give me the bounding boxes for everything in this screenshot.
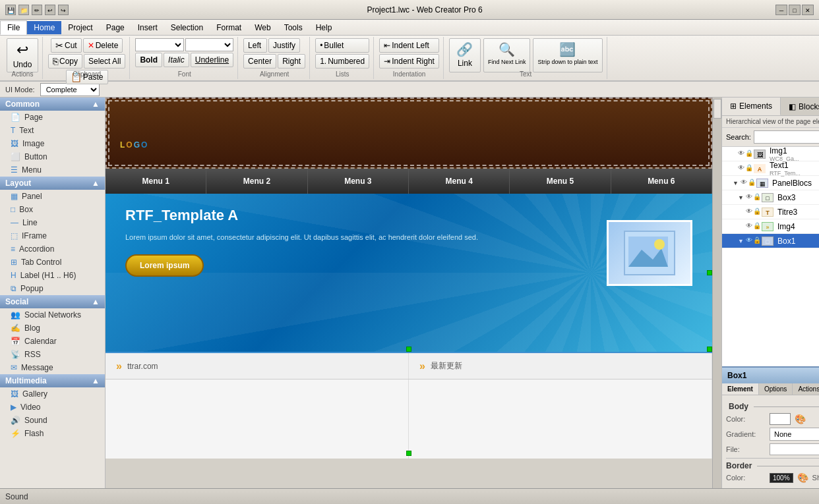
align-left-button[interactable]: Left bbox=[243, 38, 267, 53]
font-family-select[interactable] bbox=[135, 38, 183, 51]
link-button[interactable]: 🔗 Link bbox=[449, 38, 481, 72]
nav-menu-5[interactable]: Menu 5 bbox=[510, 169, 611, 194]
sidebar-item-message[interactable]: ✉ Message bbox=[0, 361, 105, 374]
app-icon-undo[interactable]: ↩ bbox=[45, 5, 55, 15]
indent-left-button[interactable]: ⇤Indent Left bbox=[379, 38, 439, 53]
visibility-icon-text1[interactable]: 👁 bbox=[738, 164, 744, 173]
sidebar-item-popup[interactable]: ⧉ Popup bbox=[0, 282, 105, 295]
app-icon-open[interactable]: 📁 bbox=[18, 5, 29, 15]
resize-handle-bottom-right[interactable] bbox=[707, 347, 712, 352]
menu-web[interactable]: Web bbox=[248, 21, 277, 34]
cut-button[interactable]: ✂Cut bbox=[51, 38, 82, 53]
visibility-icon[interactable]: 👁 bbox=[738, 150, 744, 159]
tree-item-img4[interactable]: 👁 🔒 » Img4 bbox=[722, 219, 819, 234]
underline-button[interactable]: Underline bbox=[191, 53, 233, 67]
tree-item-panelblocs[interactable]: ▼ 👁 🔒 ▦ PanelBlocs bbox=[722, 176, 819, 190]
sidebar-item-text[interactable]: T Text bbox=[0, 124, 105, 137]
sidebar-item-button[interactable]: ⬜ Button bbox=[0, 150, 105, 163]
vertical-scrollbar[interactable] bbox=[712, 98, 721, 504]
visibility-icon-b1[interactable]: 👁 bbox=[746, 237, 752, 246]
resize-handle-bottom[interactable] bbox=[406, 347, 411, 352]
scrollbar-thumb[interactable] bbox=[713, 99, 721, 119]
menu-format[interactable]: Format bbox=[210, 21, 248, 34]
lock-icon-pb[interactable]: 🔒 bbox=[748, 179, 756, 188]
expand-panelblocs[interactable]: ▼ bbox=[733, 180, 739, 186]
sidebar-item-menu[interactable]: ☰ Menu bbox=[0, 163, 105, 177]
sidebar-item-rss[interactable]: 📡 RSS bbox=[0, 348, 105, 361]
resize-handle-footer-bottom[interactable] bbox=[406, 451, 411, 456]
section-social[interactable]: Social ▲ bbox=[0, 295, 105, 308]
section-layout[interactable]: Layout ▲ bbox=[0, 177, 105, 190]
body-color-picker-btn[interactable]: 🎨 bbox=[795, 414, 806, 424]
box-tab-options[interactable]: Options bbox=[759, 383, 793, 395]
gradient-select[interactable]: None bbox=[770, 428, 819, 441]
sidebar-item-box[interactable]: □ Box bbox=[0, 203, 105, 216]
sidebar-item-sound[interactable]: 🔊 Sound bbox=[0, 414, 105, 427]
tab-blocks[interactable]: ◧ Blocks bbox=[781, 98, 819, 115]
italic-button[interactable]: Italic bbox=[164, 53, 189, 67]
section-multimedia[interactable]: Multimedia ▲ bbox=[0, 374, 105, 387]
tree-item-titre3[interactable]: 👁 🔒 T Titre3 bbox=[722, 205, 819, 219]
tree-item-box1[interactable]: ▼ 👁 🔒 □ Box1 bbox=[722, 234, 819, 248]
sidebar-item-blog[interactable]: ✍ Blog bbox=[0, 322, 105, 335]
sidebar-item-iframe[interactable]: ⬚ IFrame bbox=[0, 229, 105, 242]
justify-button[interactable]: Justify bbox=[268, 38, 300, 53]
menu-file[interactable]: File bbox=[0, 20, 27, 35]
font-size-select[interactable] bbox=[185, 38, 233, 51]
menu-insert[interactable]: Insert bbox=[131, 21, 164, 34]
undo-button[interactable]: ↩ Undo bbox=[7, 38, 38, 72]
select-all-button[interactable]: Select All bbox=[84, 54, 125, 69]
app-icon-redo[interactable]: ↪ bbox=[58, 5, 69, 15]
sidebar-item-gallery[interactable]: 🖼 Gallery bbox=[0, 387, 105, 401]
expand-box3[interactable]: ▼ bbox=[738, 194, 744, 201]
indent-right-button[interactable]: ⇥Indent Right bbox=[379, 54, 439, 69]
align-center-button[interactable]: Center bbox=[243, 54, 276, 69]
bullet-button[interactable]: •Bullet bbox=[315, 38, 369, 53]
app-icon-save[interactable]: 💾 bbox=[5, 5, 16, 15]
close-button[interactable]: ✕ bbox=[802, 5, 814, 15]
menu-project[interactable]: Project bbox=[61, 21, 99, 34]
nav-menu-3[interactable]: Menu 3 bbox=[308, 169, 409, 194]
lock-icon-i4[interactable]: 🔒 bbox=[753, 222, 761, 231]
visibility-icon-i4[interactable]: 👁 bbox=[746, 222, 752, 231]
file-input[interactable] bbox=[770, 443, 819, 455]
menu-selection[interactable]: Selection bbox=[164, 21, 210, 34]
align-right-button[interactable]: Right bbox=[278, 54, 305, 69]
border-color-picker-btn[interactable]: 🎨 bbox=[797, 472, 808, 483]
numbered-button[interactable]: 1.Numbered bbox=[315, 54, 369, 69]
lock-icon-b3[interactable]: 🔒 bbox=[753, 193, 761, 202]
tab-elements[interactable]: ⊞ Elements bbox=[722, 98, 781, 115]
lock-icon[interactable]: 🔒 bbox=[745, 150, 753, 159]
canvas-area[interactable]: LOGO Menu 1 Menu 2 Menu 3 Menu 4 Menu 5 … bbox=[106, 98, 712, 504]
strip-plain-text-button[interactable]: 🔤 Strip down to plain text bbox=[533, 38, 602, 72]
box-tab-actions[interactable]: Actions bbox=[793, 383, 819, 395]
lock-icon-b1[interactable]: 🔒 bbox=[753, 237, 761, 246]
sidebar-item-calendar[interactable]: 📅 Calendar bbox=[0, 335, 105, 348]
delete-button[interactable]: ✕Delete bbox=[83, 38, 123, 53]
sidebar-item-flash[interactable]: ⚡ Flash bbox=[0, 427, 105, 440]
nav-menu-1[interactable]: Menu 1 bbox=[106, 169, 206, 194]
nav-menu-4[interactable]: Menu 4 bbox=[409, 169, 510, 194]
box-tab-element[interactable]: Element bbox=[722, 383, 759, 395]
menu-home[interactable]: Home bbox=[27, 21, 61, 34]
bold-button[interactable]: Bold bbox=[135, 53, 162, 67]
nav-menu-6[interactable]: Menu 6 bbox=[611, 169, 712, 194]
body-color-box[interactable] bbox=[770, 413, 791, 425]
minimize-button[interactable]: ─ bbox=[775, 5, 787, 15]
menu-page[interactable]: Page bbox=[100, 21, 131, 34]
search-input[interactable] bbox=[754, 130, 819, 144]
lock-icon-t3[interactable]: 🔒 bbox=[753, 208, 761, 217]
section-common[interactable]: Common ▲ bbox=[0, 98, 105, 111]
sidebar-item-video[interactable]: ▶ Video bbox=[0, 401, 105, 414]
sidebar-item-image[interactable]: 🖼 Image bbox=[0, 137, 105, 150]
sidebar-item-label[interactable]: H Label (H1 .. H6) bbox=[0, 269, 105, 282]
find-next-link-button[interactable]: 🔍 Find Next Link bbox=[483, 38, 531, 72]
resize-handle-right[interactable] bbox=[707, 270, 712, 275]
tree-item-box3[interactable]: ▼ 👁 🔒 □ Box3 bbox=[722, 190, 819, 205]
sidebar-item-line[interactable]: — Line bbox=[0, 216, 105, 229]
maximize-button[interactable]: □ bbox=[789, 5, 801, 15]
visibility-icon-b3[interactable]: 👁 bbox=[746, 193, 752, 202]
sidebar-item-tabcontrol[interactable]: ⊞ Tab Control bbox=[0, 256, 105, 269]
sidebar-item-panel[interactable]: ▦ Panel bbox=[0, 190, 105, 203]
expand-box1[interactable]: ▼ bbox=[738, 238, 744, 244]
